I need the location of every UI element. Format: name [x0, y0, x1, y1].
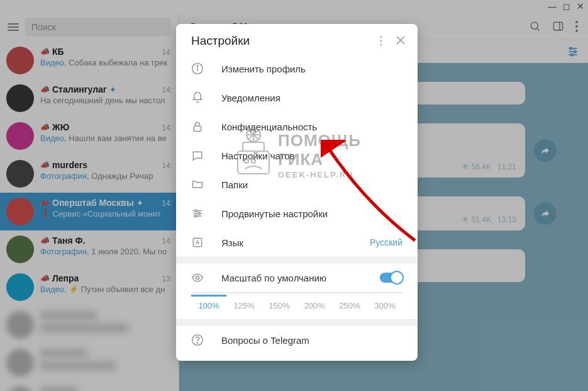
menu-label: Уведомления — [221, 93, 402, 103]
svg-point-20 — [197, 65, 198, 67]
chat-icon — [191, 149, 204, 162]
settings-modal: Настройки Изменить профиль Уведомления К… — [176, 24, 418, 361]
menu-item-folder[interactable]: Папки — [176, 170, 418, 199]
svg-point-14 — [380, 40, 382, 42]
svg-point-25 — [195, 210, 197, 212]
menu-label: Язык — [221, 237, 352, 248]
menu-item-lang[interactable]: A Язык Русский — [176, 228, 418, 257]
zoom-label: Масштаб по умолчанию — [221, 273, 362, 283]
modal-more-icon[interactable] — [380, 36, 382, 46]
help-icon — [191, 334, 204, 346]
menu-item-info[interactable]: Изменить профиль — [176, 54, 418, 83]
folder-icon — [191, 178, 204, 191]
zoom-level[interactable]: 250% — [332, 296, 367, 310]
lang-icon: A — [191, 236, 204, 249]
zoom-level[interactable]: 150% — [262, 296, 297, 310]
zoom-level[interactable]: 125% — [226, 296, 262, 310]
info-icon — [191, 62, 204, 75]
menu-value: Русский — [370, 237, 402, 247]
svg-point-26 — [198, 212, 200, 214]
menu-label: Продвинутые настройки — [221, 208, 402, 219]
svg-point-13 — [380, 36, 382, 38]
zoom-level[interactable]: 200% — [297, 296, 332, 310]
sliders-icon — [191, 207, 204, 220]
svg-rect-21 — [194, 126, 201, 131]
faq-label: Вопросы о Telegram — [221, 335, 402, 346]
menu-label: Настройки чатов — [221, 150, 402, 161]
svg-point-15 — [380, 43, 382, 45]
zoom-toggle[interactable] — [380, 273, 402, 283]
eye-icon — [191, 271, 204, 284]
zoom-scale[interactable]: 100%125%150%200%250%300% — [176, 292, 418, 319]
menu-item-bell[interactable]: Уведомления — [176, 83, 418, 112]
divider — [176, 319, 418, 326]
menu-item-sliders[interactable]: Продвинутые настройки — [176, 199, 418, 228]
menu-label: Конфиденциальность — [221, 122, 402, 132]
svg-text:A: A — [196, 239, 200, 246]
zoom-level[interactable]: 100% — [191, 296, 226, 310]
zoom-level[interactable]: 300% — [367, 296, 402, 310]
svg-point-30 — [196, 276, 199, 280]
menu-item-faq[interactable]: Вопросы о Telegram — [176, 326, 418, 354]
menu-label: Изменить профиль — [221, 64, 402, 74]
lock-icon — [191, 120, 204, 133]
divider — [176, 257, 418, 263]
modal-close-icon[interactable] — [396, 36, 405, 46]
svg-point-27 — [195, 215, 197, 217]
menu-item-lock[interactable]: Конфиденциальность — [176, 112, 418, 141]
menu-item-zoom[interactable]: Масштаб по умолчанию — [176, 263, 418, 292]
svg-point-32 — [197, 343, 197, 343]
bell-icon — [191, 91, 204, 104]
menu-item-chat[interactable]: Настройки чатов — [176, 141, 418, 170]
menu-label: Папки — [221, 179, 402, 190]
modal-title: Настройки — [191, 34, 380, 48]
